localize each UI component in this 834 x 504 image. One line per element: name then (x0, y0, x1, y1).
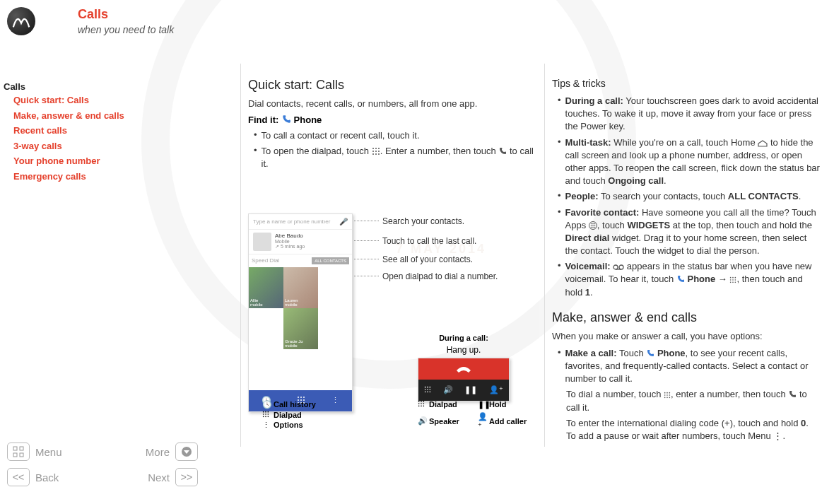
nav-item-emergency[interactable]: Emergency calls (13, 170, 205, 184)
svg-point-40 (430, 391, 431, 392)
favorite-tile[interactable]: Gracie Jomobile (283, 308, 318, 349)
qs-bullet-1: •To call a contact or recent call, touch… (254, 129, 537, 142)
svg-point-69 (730, 282, 732, 283)
svg-point-42 (421, 401, 422, 402)
avatar (253, 233, 271, 251)
incall-hold-icon[interactable]: ❚❚ (464, 385, 477, 394)
nav-item-quick-start[interactable]: Quick start: Calls (13, 93, 205, 107)
nav-item-make-answer[interactable]: Make, answer & end calls (13, 109, 205, 123)
svg-point-28 (268, 414, 269, 415)
incall-add-icon[interactable]: 👤⁺ (489, 385, 503, 394)
tip-favorite: •Favorite contact: Have someone you call… (558, 206, 820, 258)
svg-point-58 (592, 226, 594, 228)
incall-speaker-icon[interactable]: 🔊 (443, 385, 453, 394)
svg-point-29 (263, 416, 264, 417)
back-label: Back (30, 471, 102, 484)
speed-dial-label: Speed Dial (252, 257, 279, 264)
more-label: More (102, 446, 175, 458)
svg-point-15 (300, 397, 302, 398)
svg-point-8 (372, 151, 374, 152)
menu-button[interactable] (7, 443, 30, 461)
options-icon[interactable]: ⋮ (331, 396, 339, 405)
svg-point-67 (733, 280, 734, 281)
hangup-button[interactable] (418, 358, 509, 380)
callout-search: Search your contacts. (382, 216, 464, 226)
svg-point-25 (268, 411, 269, 412)
svg-point-64 (733, 277, 734, 279)
svg-point-73 (666, 392, 668, 394)
svg-point-32 (425, 386, 426, 387)
dialpad-icon (729, 276, 736, 283)
tip-during-call: •During a call: Your touchscreen goes da… (558, 95, 820, 134)
svg-point-35 (425, 389, 426, 390)
svg-point-41 (418, 401, 420, 402)
svg-point-31 (268, 416, 269, 417)
svg-rect-1 (20, 447, 23, 450)
svg-point-36 (427, 389, 428, 390)
callout-dialpad: Open dialpad to dial a number. (382, 271, 498, 281)
hangup-label: Hang up. (418, 345, 510, 355)
svg-rect-2 (13, 453, 17, 457)
nav-item-phone-number[interactable]: Your phone number (13, 154, 205, 168)
svg-point-51 (591, 223, 592, 224)
svg-point-78 (664, 397, 666, 399)
menu-label: Menu (30, 446, 102, 458)
qs-bullet-2: •To open the dialpad, touch . Enter a nu… (254, 145, 537, 170)
svg-point-63 (730, 277, 732, 279)
svg-point-37 (430, 389, 431, 390)
incall-dialpad-icon[interactable] (424, 386, 431, 394)
favorite-tile[interactable]: Alliemobile (249, 267, 283, 308)
svg-point-5 (372, 148, 374, 149)
svg-point-74 (669, 392, 671, 394)
menu-dots-icon: ⋮ (773, 430, 782, 441)
svg-point-53 (594, 223, 596, 224)
svg-point-12 (375, 153, 377, 155)
phone-icon (676, 275, 685, 283)
recent-call-row[interactable]: Abe Baudo Mobile ↗ 5 mins ago (249, 229, 352, 254)
callout-allcontacts: See all of your contacts. (382, 254, 473, 264)
search-input[interactable]: Type a name or phone number (253, 218, 330, 225)
svg-rect-3 (20, 453, 23, 457)
svg-point-27 (265, 414, 266, 415)
svg-point-16 (303, 397, 305, 398)
svg-point-80 (669, 397, 671, 399)
phone-icon (281, 115, 291, 124)
svg-point-9 (375, 151, 377, 152)
svg-point-43 (423, 401, 425, 402)
svg-point-57 (591, 226, 592, 228)
svg-point-47 (418, 406, 420, 407)
svg-point-54 (591, 225, 592, 226)
svg-point-34 (430, 386, 431, 387)
tips-heading: Tips & tricks (552, 78, 820, 89)
svg-point-52 (592, 223, 594, 224)
dialpad-icon (372, 147, 380, 156)
svg-point-24 (265, 411, 266, 412)
nav-item-3way-calls[interactable]: 3-way calls (13, 139, 205, 153)
phone-icon (646, 349, 654, 358)
phone-app-mockup: Type a name or phone number 🎤 Abe Baudo … (248, 213, 353, 412)
svg-point-75 (664, 395, 666, 397)
svg-rect-0 (13, 447, 17, 450)
callout-lastcall: Touch to call the last call. (382, 236, 476, 246)
svg-point-48 (421, 406, 422, 407)
next-button[interactable]: >> (175, 468, 198, 486)
svg-point-60 (613, 265, 618, 269)
mic-icon[interactable]: 🎤 (339, 218, 348, 225)
svg-point-38 (425, 391, 426, 392)
tip-multitask: •Multi-task: While you're on a call, tou… (558, 136, 820, 188)
svg-point-7 (378, 148, 380, 149)
svg-point-55 (592, 225, 594, 226)
svg-point-10 (378, 151, 380, 152)
quick-start-intro: Dial contacts, recent calls, or numbers,… (248, 98, 537, 109)
quick-start-heading: Quick start: Calls (248, 78, 537, 93)
nav-item-recent-calls[interactable]: Recent calls (13, 124, 205, 138)
page-title: Calls (78, 7, 174, 22)
voicemail-icon (613, 264, 624, 271)
svg-point-49 (423, 406, 425, 407)
favorite-tile[interactable]: Laurenmobile (283, 267, 318, 308)
all-contacts-button[interactable]: ALL CONTACTS (312, 257, 349, 264)
page-subtitle: when you need to talk (78, 24, 174, 35)
more-button[interactable] (175, 443, 198, 461)
back-button[interactable]: << (7, 468, 30, 486)
apps-icon (589, 221, 597, 230)
